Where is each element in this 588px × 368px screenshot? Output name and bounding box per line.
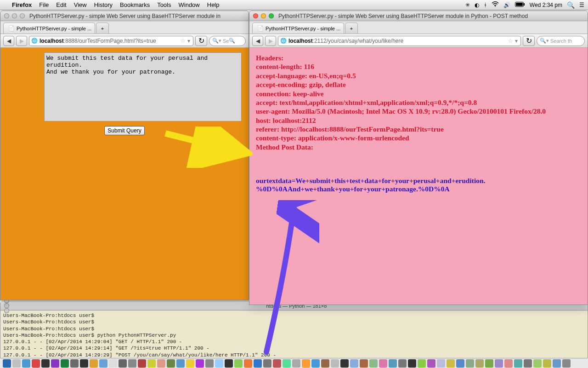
battery-icon[interactable] bbox=[515, 2, 525, 8]
volume-icon[interactable]: 🔊 bbox=[503, 2, 510, 8]
site-identity-icon[interactable]: 🌐 bbox=[280, 38, 287, 44]
clock[interactable]: Wed 2:34 pm bbox=[530, 2, 562, 8]
dropdown-icon[interactable]: ▾ bbox=[187, 38, 191, 44]
dock-app-icon[interactable] bbox=[70, 359, 79, 368]
minimize-icon[interactable] bbox=[4, 303, 9, 308]
dock-app-icon[interactable] bbox=[504, 359, 513, 368]
dock-app-icon[interactable] bbox=[447, 359, 455, 368]
dock-app-icon[interactable] bbox=[32, 359, 40, 368]
dock-app-icon[interactable] bbox=[80, 359, 88, 368]
dropdown-icon[interactable]: ▾ bbox=[514, 38, 519, 44]
dock-app-icon[interactable] bbox=[408, 359, 416, 368]
menubar-app[interactable]: Firefox bbox=[12, 1, 32, 8]
wifi-icon[interactable] bbox=[492, 1, 499, 8]
sync-icon[interactable]: ✳︎ bbox=[465, 2, 470, 8]
new-tab-button[interactable]: + bbox=[96, 23, 109, 34]
dock-app-icon[interactable] bbox=[533, 359, 542, 368]
dock-app-icon[interactable] bbox=[22, 359, 30, 368]
dock-app-icon[interactable] bbox=[543, 359, 551, 368]
zoom-icon[interactable] bbox=[20, 13, 25, 18]
search-bar[interactable]: 🔍▾ Search th bbox=[537, 36, 585, 46]
dock-app-icon[interactable] bbox=[331, 359, 339, 368]
reload-button[interactable]: ↻ bbox=[523, 36, 535, 46]
dock-app-icon[interactable] bbox=[147, 359, 156, 368]
minimize-icon[interactable] bbox=[12, 13, 17, 18]
tab-active[interactable]: 📄PythonHTTPServer.py - simple ... bbox=[3, 23, 95, 34]
dock-app-icon[interactable] bbox=[456, 359, 464, 368]
dock-app-icon[interactable] bbox=[273, 359, 281, 368]
dock-app-icon[interactable] bbox=[51, 359, 59, 368]
dock-app-icon[interactable] bbox=[12, 359, 21, 368]
notification-center-icon[interactable]: ☰ bbox=[579, 2, 584, 8]
dock-app-icon[interactable] bbox=[292, 359, 300, 368]
dock-app-icon[interactable] bbox=[514, 359, 522, 368]
close-icon[interactable] bbox=[253, 13, 258, 18]
dock-app-icon[interactable] bbox=[128, 359, 136, 368]
dock-app-icon[interactable] bbox=[41, 359, 50, 368]
dock-app-icon[interactable] bbox=[215, 359, 223, 368]
bookmark-star-icon[interactable]: ☆ bbox=[180, 38, 187, 44]
dock-app-icon[interactable] bbox=[99, 359, 107, 368]
dock-app-icon[interactable] bbox=[225, 359, 233, 368]
dock-app-icon[interactable] bbox=[340, 359, 349, 368]
dock-app-icon[interactable] bbox=[196, 359, 204, 368]
forward-button[interactable]: ▶ bbox=[265, 36, 276, 46]
dock-app-icon[interactable] bbox=[379, 359, 387, 368]
menubar-help[interactable]: Help bbox=[207, 1, 220, 8]
dock-app-icon[interactable] bbox=[254, 359, 262, 368]
back-button[interactable]: ◀ bbox=[3, 36, 14, 46]
dock-app-icon[interactable] bbox=[437, 359, 445, 368]
url-bar[interactable]: 🌐 localhost:2112/you/can/say/what/you/li… bbox=[278, 36, 521, 46]
dock-app-icon[interactable] bbox=[321, 359, 329, 368]
dock-app-icon[interactable] bbox=[61, 359, 69, 368]
menubar-tools[interactable]: Tools bbox=[157, 1, 171, 8]
new-tab-button[interactable]: + bbox=[345, 23, 358, 34]
dock-app-icon[interactable] bbox=[350, 359, 358, 368]
forward-button[interactable]: ▶ bbox=[16, 36, 27, 46]
dock-app-icon[interactable] bbox=[524, 359, 532, 368]
search-bar[interactable]: 🔍▾ Se 🔍 bbox=[209, 36, 246, 46]
dock-app-icon[interactable] bbox=[562, 359, 571, 368]
dock-app-icon[interactable] bbox=[485, 359, 493, 368]
site-identity-icon[interactable]: 🌐 bbox=[31, 38, 38, 44]
dock-app-icon[interactable] bbox=[311, 359, 320, 368]
dock-app-icon[interactable] bbox=[244, 359, 252, 368]
dock-app-icon[interactable] bbox=[389, 359, 397, 368]
bookmark-star-icon[interactable]: ☆ bbox=[507, 38, 514, 44]
dock-app-icon[interactable] bbox=[466, 359, 474, 368]
dock-app-icon[interactable] bbox=[119, 359, 127, 368]
window-titlebar[interactable]: PythonHTTPServer.py - simple Web Server … bbox=[249, 11, 588, 21]
dock-app-icon[interactable] bbox=[418, 359, 426, 368]
dock-app-icon[interactable] bbox=[427, 359, 435, 368]
dock-app-icon[interactable] bbox=[369, 359, 378, 368]
tab-active[interactable]: 📄PythonHTTPServer.py - simple ... bbox=[252, 23, 344, 34]
menubar-window[interactable]: Window bbox=[179, 1, 200, 8]
dock-app-icon[interactable] bbox=[3, 359, 11, 368]
menubar-view[interactable]: View bbox=[74, 1, 87, 8]
window-titlebar[interactable]: PythonHTTPServer.py - simple Web Server … bbox=[0, 11, 249, 21]
menubar-edit[interactable]: Edit bbox=[56, 1, 66, 8]
reload-button[interactable]: ↻ bbox=[195, 36, 207, 46]
dock-app-icon[interactable] bbox=[263, 359, 271, 368]
bluetooth-icon[interactable]: ᚼ bbox=[484, 2, 487, 8]
dock-app-icon[interactable] bbox=[186, 359, 194, 368]
dock-app-icon[interactable] bbox=[109, 359, 117, 368]
menubar-bookmarks[interactable]: Bookmarks bbox=[120, 1, 150, 8]
back-button[interactable]: ◀ bbox=[252, 36, 263, 46]
dock-app-icon[interactable] bbox=[90, 359, 98, 368]
dock-app-icon[interactable] bbox=[398, 359, 407, 368]
dropbox-icon[interactable]: ◐ bbox=[475, 2, 479, 8]
dock-app-icon[interactable] bbox=[234, 359, 243, 368]
dock-app-icon[interactable] bbox=[283, 359, 291, 368]
minimize-icon[interactable] bbox=[261, 13, 266, 18]
menubar-file[interactable]: File bbox=[39, 1, 49, 8]
close-icon[interactable] bbox=[4, 13, 9, 18]
dock-app-icon[interactable] bbox=[138, 359, 146, 368]
dock-app-icon[interactable] bbox=[553, 359, 561, 368]
dock-app-icon[interactable] bbox=[176, 359, 185, 368]
dock-app-icon[interactable] bbox=[495, 359, 503, 368]
menubar-history[interactable]: History bbox=[94, 1, 113, 8]
submit-button[interactable]: Submit Query bbox=[104, 126, 144, 135]
url-bar[interactable]: 🌐 localhost:8888/ourTestFormPage.html?it… bbox=[29, 36, 193, 46]
zoom-icon[interactable] bbox=[269, 13, 274, 18]
